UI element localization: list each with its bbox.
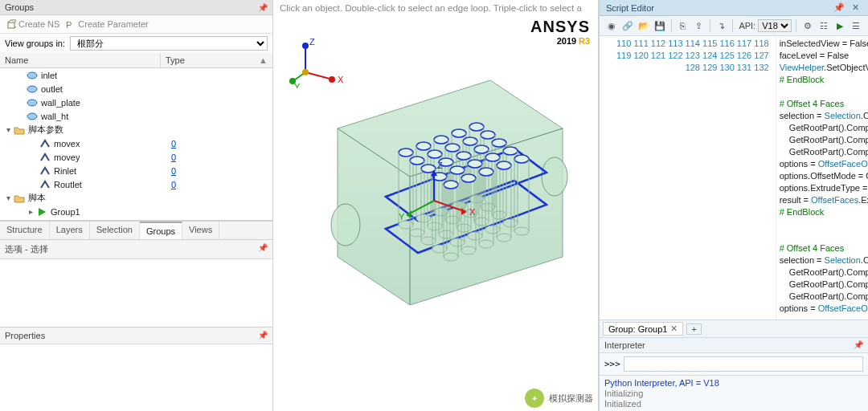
svg-point-104: [497, 161, 511, 169]
collapse-icon[interactable]: ▾: [3, 193, 13, 202]
svg-point-2: [27, 72, 37, 79]
svg-text:Z: Z: [437, 161, 443, 170]
svg-text:X: X: [469, 207, 476, 217]
wechat-icon: ✦: [525, 389, 544, 408]
code-editor[interactable]: 110 111 112 113 114 115 116 117 118 119 …: [600, 36, 868, 319]
watermark: ✦ 模拟探测器: [525, 389, 593, 408]
param-icon: [39, 152, 51, 163]
svg-text:Y: Y: [399, 212, 405, 222]
insert-icon[interactable]: ⎘: [676, 18, 690, 33]
pin-icon[interactable]: 📌: [831, 2, 847, 12]
tree-header: Name Type▲: [0, 53, 272, 68]
options-area: [0, 259, 272, 328]
svg-point-95: [444, 253, 458, 261]
pin-icon[interactable]: 📌: [258, 331, 268, 340]
column-type[interactable]: Type▲: [161, 53, 272, 67]
tree-param-item[interactable]: Rinlet0: [0, 164, 272, 177]
run-icon[interactable]: ▶: [833, 18, 847, 33]
param-value-link[interactable]: 0: [171, 139, 176, 149]
tree-ns-item[interactable]: outlet: [0, 82, 272, 96]
script-tab-group1[interactable]: Group: Group1 ✕: [603, 322, 683, 336]
groups-tree[interactable]: inletoutletwall_platewall_ht ▾ 脚本参数 move…: [0, 68, 272, 221]
svg-point-32: [410, 157, 424, 165]
collapse-icon[interactable]: ▾: [3, 125, 13, 134]
settings-icon[interactable]: ⚙: [800, 18, 814, 33]
svg-point-16: [416, 142, 431, 150]
svg-point-67: [474, 218, 489, 226]
svg-point-128: [302, 43, 309, 49]
param-value-link[interactable]: 0: [171, 180, 176, 189]
svg-point-36: [428, 150, 442, 158]
new-tab-button[interactable]: +: [686, 324, 701, 335]
tree-ns-item[interactable]: wall_ht: [0, 109, 272, 123]
svg-point-96: [461, 174, 476, 182]
svg-point-100: [479, 168, 493, 176]
close-icon[interactable]: ✕: [670, 324, 678, 334]
3d-viewport[interactable]: X Y Z X Y Z ✦ 模拟探测器: [273, 16, 598, 411]
prompt-label: >>>: [604, 359, 620, 369]
tab-views[interactable]: Views: [182, 222, 219, 239]
api-select[interactable]: V18: [758, 19, 792, 32]
pin-icon[interactable]: 📌: [258, 243, 268, 255]
tab-selection[interactable]: Selection: [90, 222, 140, 239]
svg-point-64: [474, 145, 489, 153]
tab-layers[interactable]: Layers: [50, 222, 90, 239]
svg-point-3: [27, 86, 37, 92]
groups-panel-title: Groups 📌: [0, 0, 272, 15]
filter-row: View groups in: 根部分: [0, 34, 272, 53]
tree-param-item[interactable]: movex0: [0, 136, 272, 150]
selection-icon: [26, 97, 39, 108]
tree-ns-item[interactable]: wall_plate: [0, 96, 272, 109]
folder-script-params[interactable]: ▾ 脚本参数: [0, 123, 272, 136]
api-label: API:: [739, 21, 755, 31]
pin-icon[interactable]: 📌: [854, 340, 863, 350]
svg-point-76: [450, 166, 465, 174]
sort-icon[interactable]: ▲: [259, 55, 268, 65]
folder-scripts[interactable]: ▾ 脚本: [0, 191, 272, 205]
record-icon[interactable]: ◉: [604, 18, 618, 33]
svg-point-35: [410, 229, 424, 237]
expand-icon[interactable]: ▸: [26, 207, 35, 216]
publish-icon[interactable]: ⇪: [692, 18, 706, 33]
code-area[interactable]: inSelectedView = False faceLevel = False…: [776, 36, 868, 319]
svg-point-122: [329, 76, 335, 83]
svg-point-44: [463, 137, 477, 145]
tree-script-group1[interactable]: ▸ Group1: [0, 205, 272, 218]
tab-structure[interactable]: Structure: [0, 222, 50, 239]
groups-panel: Groups 📌 Create NS P Create Parameter Vi…: [0, 0, 273, 411]
param-value-link[interactable]: 0: [171, 166, 176, 176]
script-editor-title: Script Editor 📌 ✕: [600, 0, 868, 16]
save-icon[interactable]: 💾: [653, 18, 667, 33]
tree-ns-item[interactable]: inlet: [0, 68, 272, 82]
interpreter-input[interactable]: [624, 356, 863, 372]
svg-point-4: [27, 100, 37, 106]
tree-param-item[interactable]: movey0: [0, 150, 272, 164]
svg-point-80: [468, 160, 482, 168]
close-icon[interactable]: ✕: [850, 2, 862, 12]
svg-point-43: [445, 216, 460, 224]
link-icon[interactable]: 🔗: [620, 18, 634, 33]
svg-point-8: [331, 204, 360, 246]
svg-point-28: [469, 123, 484, 131]
svg-point-48: [481, 131, 495, 139]
create-parameter-button[interactable]: P Create Parameter: [64, 18, 149, 30]
svg-text:X: X: [338, 75, 344, 84]
step-icon[interactable]: ↴: [714, 18, 728, 33]
view-triad[interactable]: X Y Z: [289, 32, 346, 88]
column-name[interactable]: Name: [0, 53, 161, 67]
menu-icon[interactable]: ☰: [850, 18, 863, 33]
open-icon[interactable]: 📂: [637, 18, 650, 33]
svg-point-79: [450, 238, 465, 246]
svg-text:Z: Z: [309, 37, 315, 47]
selection-icon: [26, 83, 39, 95]
create-ns-button[interactable]: Create NS: [5, 18, 61, 30]
filter-select[interactable]: 根部分: [70, 36, 268, 51]
pin-icon[interactable]: 📌: [258, 3, 268, 12]
tree-param-item[interactable]: Routlet0: [0, 177, 272, 191]
svg-point-5: [27, 113, 37, 120]
svg-point-51: [481, 203, 495, 211]
svg-point-83: [468, 232, 482, 240]
debug-icon[interactable]: ☷: [817, 18, 830, 33]
param-value-link[interactable]: 0: [171, 153, 176, 162]
tab-groups[interactable]: Groups: [140, 222, 182, 239]
